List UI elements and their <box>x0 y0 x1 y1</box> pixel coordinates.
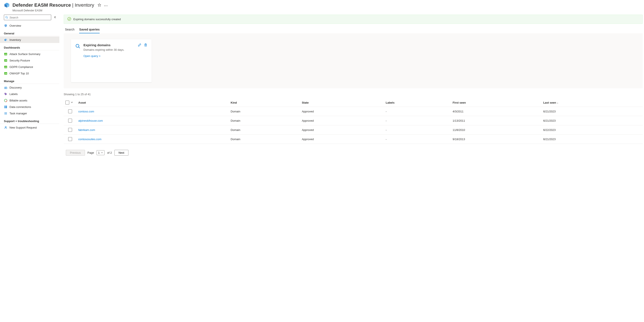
svg-rect-33 <box>4 105 6 107</box>
svg-rect-26 <box>6 73 6 74</box>
edit-icon[interactable] <box>138 43 141 47</box>
asset-link[interactable]: contoso.com <box>78 110 94 113</box>
page-total: of 2 <box>107 151 112 154</box>
more-actions-icon[interactable] <box>104 4 108 7</box>
sidebar-section-general: General <box>0 30 59 36</box>
asset-link[interactable]: alpineskihouse.com <box>78 119 103 122</box>
svg-marker-3 <box>98 3 101 6</box>
main-content: Expiring domains successfully created Se… <box>59 14 644 162</box>
sidebar-item-overview[interactable]: Overview <box>0 22 59 29</box>
select-all-checkbox[interactable] <box>66 101 69 104</box>
svg-point-42 <box>4 114 4 114</box>
sidebar: Overview General Inventory Dashboards At… <box>0 14 59 162</box>
favorite-star-icon[interactable] <box>98 3 101 7</box>
svg-rect-17 <box>4 60 5 61</box>
delete-icon[interactable] <box>144 43 147 47</box>
query-card-description: Domains expiring within 30 days. <box>84 48 135 51</box>
chart-icon <box>4 72 7 75</box>
asset-link[interactable]: contososuites.com <box>78 138 102 141</box>
cell-first-seen: 11/8/2010 <box>451 125 542 135</box>
grid-icon <box>4 105 7 109</box>
sidebar-item-owasp[interactable]: OWASP Top 10 <box>0 70 59 76</box>
column-header-labels[interactable]: Labels <box>384 98 451 107</box>
svg-line-8 <box>7 18 8 18</box>
sidebar-item-discovery[interactable]: Discovery <box>0 84 59 91</box>
tag-icon <box>4 92 7 96</box>
cell-labels: - <box>384 125 451 135</box>
sidebar-item-label: Data connections <box>10 105 31 109</box>
sidebar-item-labels[interactable]: Labels <box>0 91 59 97</box>
sidebar-item-inventory[interactable]: Inventory <box>0 36 59 43</box>
tab-search[interactable]: Search <box>65 26 74 33</box>
svg-rect-35 <box>4 107 6 108</box>
cell-kind: Domain <box>229 116 300 125</box>
sidebar-item-label: OWASP Top 10 <box>10 72 29 75</box>
sidebar-search-input[interactable] <box>10 16 50 19</box>
column-header-first-seen[interactable]: First seen <box>451 98 542 107</box>
shield-icon <box>4 24 7 27</box>
previous-button[interactable]: Previous <box>66 150 85 156</box>
svg-rect-14 <box>6 53 6 55</box>
cell-first-seen: 9/18/2013 <box>451 135 542 144</box>
svg-rect-18 <box>6 60 6 61</box>
sidebar-item-data-connections[interactable]: Data connections <box>0 104 59 110</box>
svg-point-40 <box>4 112 4 113</box>
sidebar-item-attack-surface[interactable]: Attack Surface Summary <box>0 51 59 57</box>
sidebar-section-support: Support + troubleshooting <box>0 118 59 124</box>
open-query-link[interactable]: Open query > <box>84 54 100 58</box>
column-header-kind[interactable]: Kind <box>229 98 300 107</box>
chart-icon <box>4 59 7 62</box>
cell-first-seen: 1/13/2011 <box>451 116 542 125</box>
sidebar-section-dashboards: Dashboards <box>0 45 59 50</box>
cell-kind: Domain <box>229 125 300 135</box>
results-count: Showing 1 to 25 of 41 <box>64 91 644 98</box>
cell-last-seen: 6/21/2023 <box>542 107 643 116</box>
sidebar-item-label: GDPR Compliance <box>10 65 33 68</box>
column-header-last-seen[interactable]: Last seen↓ <box>542 98 643 107</box>
sidebar-item-support-request[interactable]: New Support Request <box>0 124 59 131</box>
chevron-down-icon <box>101 151 103 154</box>
cell-state: Approved <box>300 107 384 116</box>
query-card-title: Expiring domains <box>84 43 135 47</box>
chevron-down-icon[interactable] <box>70 101 73 104</box>
table-row[interactable]: contososuites.comDomainApproved-9/18/201… <box>64 135 643 144</box>
column-header-select[interactable] <box>64 98 76 107</box>
table-row[interactable]: contoso.comDomainApproved-4/3/20116/21/2… <box>64 107 643 116</box>
sidebar-item-billable[interactable]: Billable assets <box>0 97 59 104</box>
resource-icon <box>4 2 10 8</box>
support-icon <box>4 126 7 129</box>
sidebar-item-security-posture[interactable]: Security Posture <box>0 57 59 64</box>
column-header-asset[interactable]: Asset <box>76 98 229 107</box>
svg-point-5 <box>106 5 106 6</box>
search-icon <box>75 44 80 49</box>
sidebar-item-gdpr[interactable]: GDPR Compliance <box>0 64 59 70</box>
row-checkbox[interactable] <box>68 109 72 113</box>
cell-labels: - <box>384 116 451 125</box>
page-select[interactable]: 1 <box>96 150 104 155</box>
next-button[interactable]: Next <box>114 150 128 156</box>
svg-rect-25 <box>4 73 5 74</box>
sidebar-item-task-manager[interactable]: Task manager <box>0 110 59 116</box>
cell-state: Approved <box>300 125 384 135</box>
svg-rect-34 <box>6 105 7 107</box>
sidebar-collapse-icon[interactable] <box>53 16 56 19</box>
row-checkbox[interactable] <box>68 128 72 132</box>
check-circle-icon <box>67 17 71 21</box>
table-row[interactable]: alpineskihouse.comDomainApproved-1/13/20… <box>64 116 643 125</box>
saved-queries-panel: Expiring domains Domains expiring within… <box>64 33 643 88</box>
svg-rect-47 <box>145 44 146 46</box>
svg-point-45 <box>76 44 79 47</box>
notification-text: Expiring domains successfully created <box>73 18 121 21</box>
row-checkbox[interactable] <box>68 137 72 141</box>
svg-rect-21 <box>4 67 5 68</box>
sidebar-search[interactable] <box>4 15 51 20</box>
cell-labels: - <box>384 135 451 144</box>
row-checkbox[interactable] <box>68 119 72 122</box>
cell-labels: - <box>384 107 451 116</box>
column-header-state[interactable]: State <box>300 98 384 107</box>
tab-saved-queries[interactable]: Saved queries <box>79 26 100 33</box>
table-row[interactable]: fabrikam.comDomainApproved-11/8/20106/22… <box>64 125 643 135</box>
cell-state: Approved <box>300 116 384 125</box>
tabs: Search Saved queries <box>64 25 644 33</box>
asset-link[interactable]: fabrikam.com <box>78 128 95 132</box>
